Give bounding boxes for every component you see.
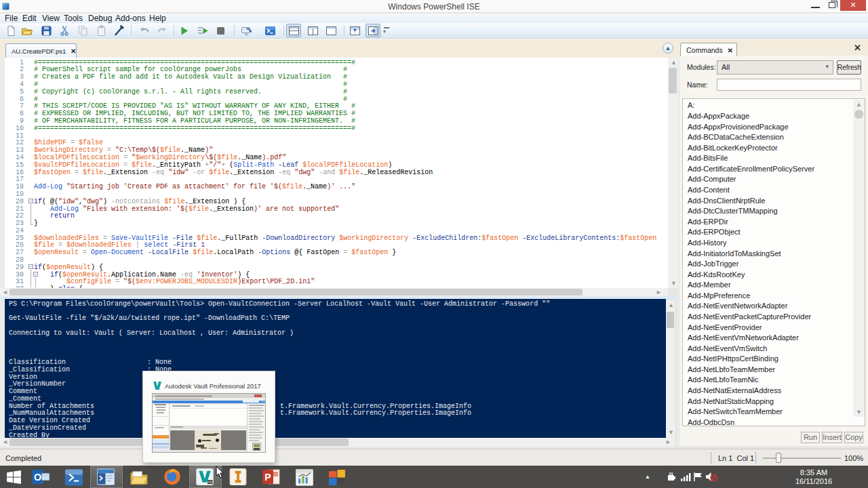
svg-text:PRO: PRO (207, 481, 214, 484)
svg-text:P: P (264, 472, 271, 483)
svg-text:O: O (34, 472, 41, 483)
